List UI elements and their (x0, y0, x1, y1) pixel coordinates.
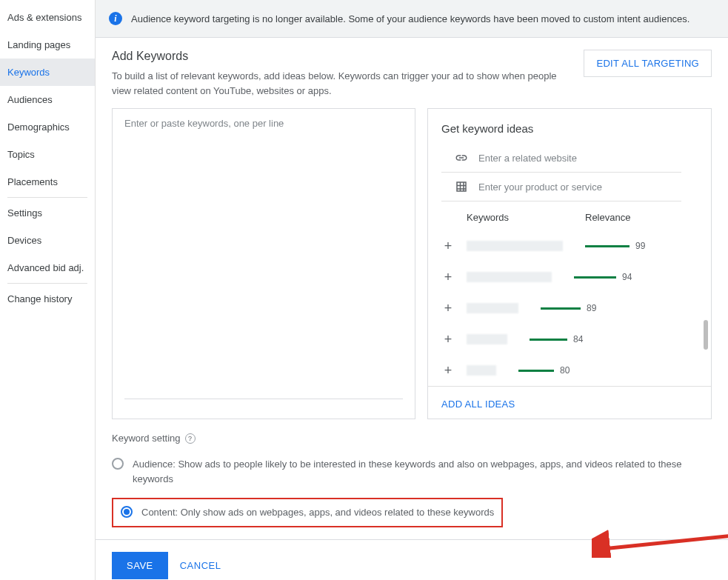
radio-content[interactable]: Content: Only show ads on webpages, apps… (121, 505, 494, 520)
sidebar-item-devices[interactable]: Devices (0, 227, 95, 254)
sidebar-item-advanced-bid[interactable]: Advanced bid adj. (0, 254, 95, 281)
divider (7, 283, 87, 284)
product-input-row (441, 173, 681, 201)
add-keyword-icon[interactable]: + (441, 239, 455, 253)
help-icon[interactable]: ? (185, 433, 196, 444)
relevance-value: 99 (635, 241, 645, 251)
keyword-setting-section: Keyword setting ? Audience: Show ads to … (112, 433, 712, 527)
add-keyword-icon[interactable]: + (441, 364, 455, 377)
info-icon: i (109, 12, 122, 25)
website-input[interactable] (478, 153, 668, 164)
grid-icon (455, 180, 468, 193)
keyword-redacted (467, 303, 518, 313)
sidebar-item-topics[interactable]: Topics (0, 141, 95, 168)
relevance-value: 94 (622, 272, 632, 282)
radio-icon[interactable] (121, 506, 133, 518)
relevance-value: 84 (573, 334, 583, 344)
idea-row: + 84 (428, 324, 711, 355)
save-button[interactable]: SAVE (112, 552, 168, 579)
footer: SAVE CANCEL (96, 539, 728, 581)
link-icon (455, 151, 468, 164)
page-title: Add Keywords (112, 50, 571, 63)
main-content: i Audience keyword targeting is no longe… (96, 0, 728, 580)
column-keywords: Keywords (467, 212, 585, 223)
sidebar-item-landing-pages[interactable]: Landing pages (0, 31, 95, 59)
add-keyword-icon[interactable]: + (441, 270, 455, 284)
edit-all-targeting-button[interactable]: EDIT ALL TARGETING (584, 50, 712, 77)
keyword-redacted (467, 365, 496, 376)
sidebar-item-change-history[interactable]: Change history (0, 285, 95, 313)
relevance-bar (541, 307, 581, 310)
keyword-ideas-panel: Get keyword ideas Keywords Relevance + (427, 108, 712, 419)
keywords-textarea[interactable] (124, 118, 403, 399)
relevance-bar (574, 276, 616, 279)
column-relevance: Relevance (585, 212, 630, 223)
add-keyword-icon[interactable]: + (441, 333, 455, 346)
add-keyword-icon[interactable]: + (441, 301, 455, 315)
sidebar: Ads & extensions Landing pages Keywords … (0, 0, 96, 580)
keyword-setting-label: Keyword setting ? (112, 433, 712, 444)
idea-row: + 99 (428, 230, 711, 261)
divider (7, 197, 87, 198)
radio-content-label: Content: Only show ads on webpages, apps… (141, 505, 494, 520)
idea-row: + 94 (428, 261, 711, 293)
product-input[interactable] (478, 181, 668, 193)
relevance-value: 80 (560, 365, 570, 376)
idea-row: + 89 (428, 293, 711, 324)
radio-audience[interactable]: Audience: Show ads to people likely to b… (112, 453, 704, 490)
page-description: To build a list of relevant keywords, ad… (112, 69, 571, 98)
cancel-button[interactable]: CANCEL (180, 560, 221, 571)
keyword-redacted (467, 334, 507, 344)
keyword-redacted (467, 241, 563, 251)
add-all-ideas-button[interactable]: ADD ALL IDEAS (428, 386, 711, 421)
radio-icon[interactable] (112, 458, 124, 470)
sidebar-item-demographics[interactable]: Demographics (0, 113, 95, 141)
info-banner: i Audience keyword targeting is no longe… (96, 0, 728, 38)
keyword-redacted (467, 272, 552, 282)
ideas-title: Get keyword ideas (428, 122, 711, 144)
ideas-table-header: Keywords Relevance (428, 201, 711, 230)
sidebar-item-ads-extensions[interactable]: Ads & extensions (0, 4, 95, 31)
radio-audience-label: Audience: Show ads to people likely to b… (133, 457, 704, 486)
website-input-row (441, 144, 681, 173)
idea-row: + 80 (428, 355, 711, 386)
sidebar-item-audiences[interactable]: Audiences (0, 86, 95, 113)
keywords-input-panel (112, 108, 415, 419)
sidebar-item-placements[interactable]: Placements (0, 168, 95, 196)
relevance-bar (530, 339, 567, 341)
sidebar-item-settings[interactable]: Settings (0, 199, 95, 227)
relevance-bar (585, 245, 630, 247)
relevance-value: 89 (587, 303, 596, 313)
sidebar-item-keywords[interactable]: Keywords (0, 59, 95, 86)
annotation-highlight: Content: Only show ads on webpages, apps… (112, 498, 503, 527)
relevance-bar (518, 370, 554, 372)
info-banner-text: Audience keyword targeting is no longer … (131, 13, 689, 24)
scrollbar[interactable] (704, 320, 708, 350)
